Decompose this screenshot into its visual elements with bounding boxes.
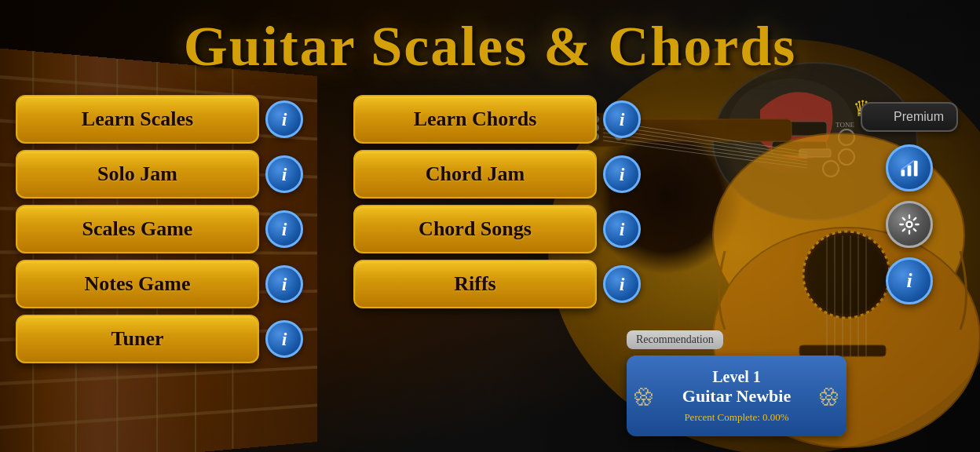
- notes-game-button[interactable]: Notes Game: [16, 260, 259, 308]
- tuner-row: Tuner i: [16, 315, 346, 363]
- chart-icon: [898, 157, 920, 179]
- laurel-right-icon: 🏵: [818, 383, 840, 409]
- chord-jam-button[interactable]: Chord Jam: [353, 150, 597, 199]
- settings-button[interactable]: [886, 201, 933, 248]
- tuner-button[interactable]: Tuner: [16, 315, 259, 363]
- level-number: Level 1: [642, 368, 831, 386]
- chord-songs-button[interactable]: Chord Songs: [353, 205, 597, 253]
- level-card: 🏵 Level 1 Guitar Newbie Percent Complete…: [627, 355, 847, 436]
- chord-songs-info[interactable]: i: [603, 210, 641, 248]
- learn-chords-row: Learn Chords i: [353, 95, 683, 144]
- learn-chords-info[interactable]: i: [603, 100, 641, 138]
- learn-chords-button[interactable]: Learn Chords: [353, 95, 597, 144]
- info-label: i: [906, 269, 912, 293]
- svg-rect-42: [908, 166, 912, 177]
- laurel-left-icon: 🏵: [633, 383, 655, 409]
- app-info-button[interactable]: i: [886, 257, 933, 304]
- tuner-info[interactable]: i: [265, 320, 303, 358]
- chord-songs-row: Chord Songs i: [353, 205, 683, 253]
- scales-game-row: Scales Game i: [16, 205, 346, 253]
- riffs-row: Riffs i: [353, 260, 683, 308]
- chord-jam-row: Chord Jam i: [353, 150, 683, 199]
- buttons-area: Learn Scales i Solo Jam i Scales Game i …: [0, 87, 980, 371]
- recommendation-panel: Recommendation 🏵 Level 1 Guitar Newbie P…: [627, 330, 847, 436]
- level-name: Guitar Newbie: [642, 386, 831, 406]
- svg-rect-41: [901, 170, 905, 176]
- scales-game-info[interactable]: i: [265, 210, 303, 248]
- riffs-button[interactable]: Riffs: [353, 260, 597, 308]
- premium-container: ♛ Premium: [861, 102, 958, 132]
- solo-jam-info[interactable]: i: [265, 155, 303, 193]
- solo-jam-row: Solo Jam i: [16, 150, 346, 199]
- chord-jam-info[interactable]: i: [603, 155, 641, 193]
- stats-button[interactable]: [886, 144, 933, 191]
- left-column: Learn Scales i Solo Jam i Scales Game i …: [16, 95, 346, 363]
- right-panel: ♛ Premium i: [847, 102, 972, 304]
- app-title: Guitar Scales & Chords: [0, 0, 980, 87]
- riffs-info[interactable]: i: [603, 265, 641, 303]
- right-column: Learn Chords i Chord Jam i Chord Songs i…: [353, 95, 683, 363]
- premium-button[interactable]: Premium: [861, 102, 958, 132]
- learn-scales-row: Learn Scales i: [16, 95, 346, 144]
- settings-icon: [898, 213, 920, 235]
- percent-value: 0.00%: [762, 411, 789, 423]
- notes-game-row: Notes Game i: [16, 260, 346, 308]
- percent-complete: Percent Complete: 0.00%: [642, 411, 831, 424]
- solo-jam-button[interactable]: Solo Jam: [16, 150, 259, 199]
- learn-scales-info[interactable]: i: [265, 100, 303, 138]
- learn-scales-button[interactable]: Learn Scales: [16, 95, 259, 144]
- recommendation-label: Recommendation: [627, 330, 723, 349]
- scales-game-button[interactable]: Scales Game: [16, 205, 259, 253]
- svg-rect-43: [914, 161, 918, 177]
- notes-game-info[interactable]: i: [265, 265, 303, 303]
